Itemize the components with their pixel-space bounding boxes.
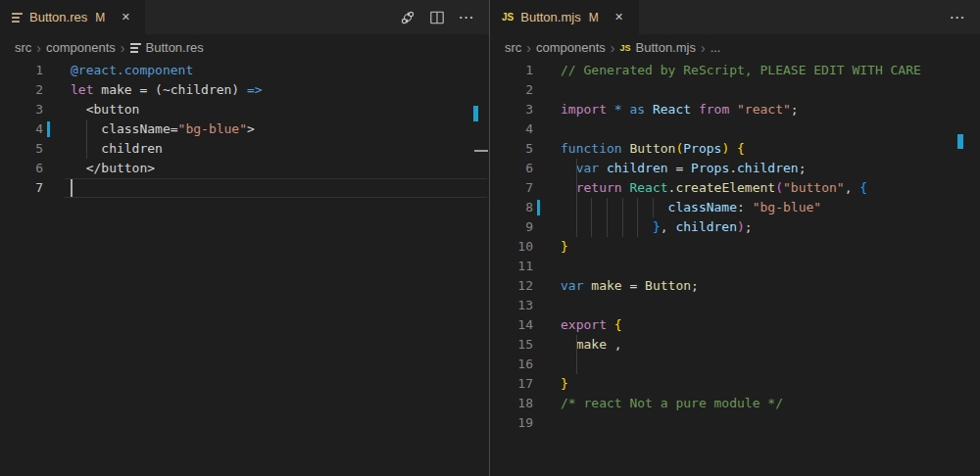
line-number[interactable]: 2: [490, 80, 533, 100]
indent-guide: [576, 355, 577, 374]
line-number[interactable]: 14: [490, 315, 533, 335]
line-number[interactable]: 6: [490, 159, 533, 178]
code-token: ,: [845, 180, 860, 195]
breadcrumb-label: components: [46, 40, 116, 55]
gutter-modified-marker: [537, 200, 540, 215]
chevron-right-icon: ›: [116, 41, 130, 55]
line-number[interactable]: 4: [0, 119, 43, 139]
code-token: Button: [629, 141, 675, 156]
line-number[interactable]: 16: [490, 355, 533, 374]
split-editor-icon[interactable]: [428, 9, 446, 26]
breadcrumb-item[interactable]: Button.res: [130, 40, 204, 55]
code-line[interactable]: 7: [0, 178, 489, 198]
editor-actions-right: ⋯: [949, 0, 980, 34]
breadcrumb-item[interactable]: components: [46, 40, 116, 55]
code-line[interactable]: 5 children: [0, 139, 489, 159]
line-number[interactable]: 17: [490, 374, 533, 394]
line-number[interactable]: 6: [0, 159, 43, 178]
code-line[interactable]: 4: [490, 119, 980, 139]
code-token: /* react Not a pure module */: [561, 396, 783, 410]
line-number[interactable]: 3: [490, 100, 533, 119]
code-line[interactable]: 11: [490, 257, 980, 276]
line-number[interactable]: 10: [490, 237, 533, 257]
code-line[interactable]: 1@react.component: [0, 61, 489, 80]
code-token: ,: [661, 219, 676, 234]
code-line[interactable]: 6 var children = Props.children;: [490, 159, 980, 178]
breadcrumb-item[interactable]: src: [505, 40, 521, 55]
code-token: >: [247, 121, 255, 136]
line-number[interactable]: 1: [490, 61, 533, 80]
tab-bar-left: Button.res M ✕: [0, 0, 489, 34]
code-token: "react": [737, 102, 791, 117]
code-token: make: [591, 278, 621, 293]
line-number[interactable]: 5: [0, 139, 43, 159]
close-tab-icon[interactable]: ✕: [612, 10, 627, 25]
line-number[interactable]: 11: [490, 257, 533, 276]
tab-label: Button.res: [29, 10, 87, 24]
tab-button-mjs[interactable]: JS Button.mjs M ✕: [490, 0, 639, 34]
text-cursor: [71, 179, 73, 197]
gutter-modified-marker: [47, 121, 50, 137]
line-number[interactable]: 19: [490, 413, 533, 433]
code-token: // Generated by ReScript, PLEASE EDIT WI…: [561, 63, 921, 77]
code-line[interactable]: 10}: [490, 237, 980, 257]
code-token: "bg-blue": [753, 200, 821, 214]
code-line[interactable]: 6 </button>: [0, 159, 489, 178]
breadcrumb-item[interactable]: JSButton.mjs: [620, 40, 696, 55]
code-line[interactable]: 15 make ,: [490, 335, 980, 355]
code-line[interactable]: 7 return React.createElement("button", {: [490, 178, 980, 198]
code-token: ;: [791, 102, 799, 117]
line-number[interactable]: 15: [490, 335, 533, 355]
code-line[interactable]: 13: [490, 296, 980, 315]
code-line[interactable]: 12var make = Button;: [490, 276, 980, 296]
line-content: return React.createElement("button", {: [561, 178, 867, 198]
code-line[interactable]: 19: [490, 413, 980, 433]
more-actions-icon[interactable]: ⋯: [949, 9, 966, 26]
code-line[interactable]: 2: [490, 80, 980, 100]
code-line[interactable]: 2let make = (~children) =>: [0, 80, 489, 100]
breadcrumb-label: components: [536, 40, 606, 55]
line-number[interactable]: 7: [490, 178, 533, 198]
breadcrumb-label: src: [15, 40, 31, 55]
breadcrumb-item[interactable]: ...: [710, 40, 721, 55]
line-number[interactable]: 1: [0, 61, 43, 80]
line-number[interactable]: 8: [490, 198, 533, 217]
code-token: [561, 161, 576, 175]
code-token: </button>: [71, 161, 155, 175]
line-number[interactable]: 3: [0, 100, 43, 119]
code-token: function: [561, 141, 622, 156]
line-number[interactable]: 2: [0, 80, 43, 100]
line-number[interactable]: 4: [490, 119, 533, 139]
line-number[interactable]: 7: [0, 178, 43, 198]
code-line[interactable]: 5function Button(Props) {: [490, 139, 980, 159]
code-token: export: [561, 317, 607, 332]
code-line[interactable]: 17}: [490, 374, 980, 394]
line-number[interactable]: 9: [490, 217, 533, 237]
code-token: createElement: [675, 180, 775, 195]
code-line[interactable]: 8 className: "bg-blue": [490, 198, 980, 217]
code-line[interactable]: 3import * as React from "react";: [490, 100, 980, 119]
breadcrumb-item[interactable]: components: [536, 40, 606, 55]
line-number[interactable]: 12: [490, 276, 533, 296]
chevron-right-icon: ›: [31, 41, 46, 55]
line-number[interactable]: 5: [490, 139, 533, 159]
close-tab-icon[interactable]: ✕: [118, 10, 133, 25]
code-line[interactable]: 4 className="bg-blue">: [0, 119, 489, 139]
line-number[interactable]: 18: [490, 394, 533, 413]
more-actions-icon[interactable]: ⋯: [458, 9, 475, 26]
indent-guide: [576, 159, 577, 178]
code-token: return: [576, 180, 622, 195]
tab-button-res[interactable]: Button.res M ✕: [0, 0, 145, 34]
modified-badge: M: [95, 11, 105, 24]
code-line[interactable]: 1// Generated by ReScript, PLEASE EDIT W…: [490, 61, 980, 80]
code-line[interactable]: 14export {: [490, 315, 980, 335]
code-line[interactable]: 3 <button: [0, 100, 489, 119]
code-line[interactable]: 18/* react Not a pure module */: [490, 394, 980, 413]
code-token: }: [561, 239, 568, 254]
line-number[interactable]: 13: [490, 296, 533, 315]
code-line[interactable]: 9 }, children);: [490, 217, 980, 237]
open-changes-icon[interactable]: [399, 9, 416, 26]
breadcrumb-item[interactable]: src: [15, 40, 31, 55]
line-content: <button: [71, 100, 139, 119]
code-line[interactable]: 16: [490, 355, 980, 374]
